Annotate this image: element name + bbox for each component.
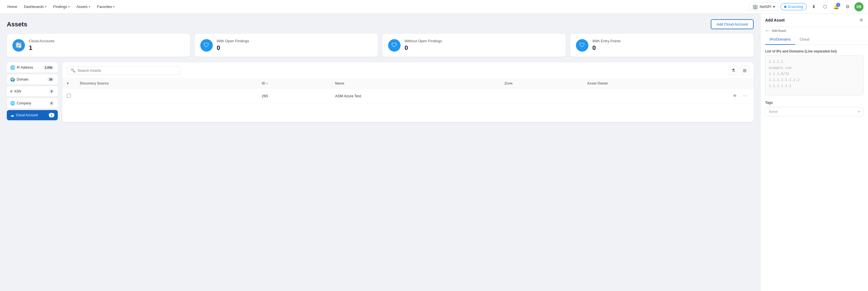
ip-section-label: List of IPs and Domains (Line separated … bbox=[765, 49, 864, 53]
columns-icon: ⊞ bbox=[743, 68, 746, 73]
assets-chevron-icon: ▾ bbox=[89, 5, 90, 8]
th-name[interactable]: Name bbox=[331, 79, 500, 88]
tags-chevron-icon: ▾ bbox=[858, 110, 860, 114]
org-icon: 🏢 bbox=[752, 4, 758, 9]
open-findings-value: 0 bbox=[217, 44, 249, 52]
row-checkbox-cell[interactable] bbox=[62, 88, 75, 104]
nav-dashboards[interactable]: Dashboards ▾ bbox=[21, 3, 49, 10]
domain-label: Domain bbox=[17, 78, 28, 81]
search-box[interactable]: 🔍 bbox=[67, 66, 180, 75]
nav-links: Home Dashboards ▾ Findings ▾ Assets ▾ Fa… bbox=[4, 3, 117, 10]
page-wrapper: Assets Add Cloud Account 🔄 Cloud Account… bbox=[0, 13, 761, 291]
asn-label: ASN bbox=[14, 89, 21, 93]
filter-asn[interactable]: # ASN 0 bbox=[7, 86, 58, 96]
org-selector[interactable]: 🏢 NetSPI ▾ bbox=[749, 3, 778, 11]
tab-cloud[interactable]: Cloud bbox=[795, 34, 814, 45]
entry-points-label: With Entry Points bbox=[592, 39, 621, 43]
row-more-button[interactable]: ⋯ bbox=[741, 92, 749, 100]
scanning-dot-icon bbox=[784, 6, 786, 8]
stat-card-entry-points: 🛡 With Entry Points 0 bbox=[570, 34, 753, 57]
table-header: ▾ Discovery Source bbox=[62, 79, 753, 88]
cloud-accounts-icon: 🔄 bbox=[12, 39, 25, 52]
nav-assets[interactable]: Assets ▾ bbox=[74, 3, 93, 10]
ip-list-textarea[interactable]: 1.1.1.1 example.com 1.1.1.0/31 1.1.1.1-1… bbox=[765, 56, 864, 95]
top-navigation: Home Dashboards ▾ Findings ▾ Assets ▾ Fa… bbox=[0, 0, 868, 13]
entry-points-value: 0 bbox=[592, 44, 621, 52]
entry-points-icon: 🛡 bbox=[576, 39, 588, 52]
panel-tabs: IPs/Domains Cloud bbox=[761, 34, 868, 45]
expand-icon: ▾ bbox=[67, 81, 68, 85]
search-icon: 🔍 bbox=[70, 68, 75, 72]
share-button[interactable]: ⬡ bbox=[820, 2, 830, 11]
right-panel: Add Asset ✕ ← Add Asset IPs/Domains Clou… bbox=[761, 13, 868, 291]
add-cloud-account-button[interactable]: Add Cloud Account bbox=[711, 19, 753, 29]
row-view-button[interactable]: 👁 bbox=[731, 92, 739, 100]
filter-domain[interactable]: 🌍 Domain 38 bbox=[7, 74, 58, 85]
without-findings-value: 0 bbox=[405, 44, 442, 52]
asn-count: 0 bbox=[49, 89, 54, 94]
stat-card-open-findings: 🛡 With Open Findings 0 bbox=[195, 34, 378, 57]
filter-button[interactable]: ⚗ bbox=[728, 66, 738, 75]
filter-cloud-account[interactable]: ☁ Cloud Account 1 bbox=[7, 110, 58, 120]
row-actions-cell: 👁 ⋯ bbox=[726, 88, 753, 104]
columns-button[interactable]: ⊞ bbox=[740, 66, 749, 75]
ip-address-label: IP Address bbox=[17, 65, 33, 69]
table-row: 265 ASM Azure Test 👁 ⋯ bbox=[62, 88, 753, 104]
search-input[interactable] bbox=[78, 68, 177, 72]
favorites-chevron-icon: ▾ bbox=[113, 5, 115, 8]
row-discovery-source bbox=[75, 88, 257, 104]
asn-icon: # bbox=[10, 89, 12, 94]
open-findings-label: With Open Findings bbox=[217, 39, 249, 43]
scanning-button[interactable]: Scanning bbox=[780, 3, 807, 10]
th-asset-owner[interactable]: Asset Owner bbox=[583, 79, 726, 88]
filter-icon: ⚗ bbox=[731, 68, 735, 73]
scanning-label: Scanning bbox=[788, 4, 803, 9]
dashboards-chevron-icon: ▾ bbox=[45, 5, 46, 8]
domain-icon: 🌍 bbox=[10, 77, 15, 82]
th-id[interactable]: ID ▾ bbox=[257, 79, 331, 88]
filter-company[interactable]: 🌐 Company 0 bbox=[7, 98, 58, 108]
row-id: 265 bbox=[257, 88, 331, 104]
cloud-accounts-label: Cloud Accounts bbox=[29, 39, 54, 43]
tags-dropdown[interactable]: None ▾ bbox=[765, 107, 864, 116]
cloud-account-count: 1 bbox=[49, 113, 54, 117]
nav-findings[interactable]: Findings ▾ bbox=[51, 3, 72, 10]
tab-ips-domains[interactable]: IPs/Domains bbox=[765, 34, 795, 45]
domain-count: 38 bbox=[47, 77, 54, 82]
table-toolbar: 🔍 ⚗ ⊞ bbox=[62, 62, 753, 79]
assets-table: ▾ Discovery Source bbox=[62, 79, 753, 104]
annotation-text: Add Asset bbox=[772, 29, 786, 32]
tags-label: Tags bbox=[765, 101, 864, 105]
panel-header: Add Asset ✕ bbox=[761, 13, 868, 27]
gear-icon: ⚙ bbox=[846, 4, 849, 9]
row-checkbox[interactable] bbox=[67, 94, 71, 97]
org-name: NetSPI bbox=[760, 4, 771, 9]
stat-card-without-findings: 🛡 Without Open Findings 0 bbox=[382, 34, 566, 57]
company-icon: 🌐 bbox=[10, 101, 15, 106]
page-header: Assets Add Cloud Account bbox=[7, 19, 753, 29]
notification-button[interactable]: 🔔 1 bbox=[832, 2, 841, 11]
download-button[interactable]: ⬇ bbox=[809, 2, 818, 11]
nav-favorites[interactable]: Favorites ▾ bbox=[94, 3, 117, 10]
th-zone[interactable]: Zone bbox=[500, 79, 583, 88]
user-avatar[interactable]: DB bbox=[855, 2, 864, 11]
cloud-account-label: Cloud Account bbox=[16, 113, 38, 117]
id-sort-icon: ▾ bbox=[266, 82, 268, 85]
download-icon: ⬇ bbox=[812, 4, 815, 9]
company-count: 0 bbox=[49, 101, 54, 106]
org-chevron-icon: ▾ bbox=[773, 4, 775, 9]
open-findings-icon: 🛡 bbox=[200, 39, 213, 52]
stat-card-cloud-accounts: 🔄 Cloud Accounts 1 bbox=[7, 34, 190, 57]
annotation-arrow-icon: ← bbox=[765, 28, 770, 33]
stat-cards: 🔄 Cloud Accounts 1 🛡 With Open Findings … bbox=[7, 34, 753, 57]
share-icon: ⬡ bbox=[823, 4, 827, 9]
settings-button[interactable]: ⚙ bbox=[843, 2, 852, 11]
panel-close-button[interactable]: ✕ bbox=[859, 17, 864, 23]
filter-ip-address[interactable]: 🌐 IP Address 1.03k bbox=[7, 62, 58, 72]
th-discovery-source[interactable]: Discovery Source bbox=[75, 79, 257, 88]
cloud-account-icon: ☁ bbox=[10, 113, 14, 117]
nav-home[interactable]: Home bbox=[4, 3, 20, 10]
row-asset-owner bbox=[583, 88, 726, 104]
company-label: Company bbox=[17, 101, 31, 105]
without-findings-label: Without Open Findings bbox=[405, 39, 442, 43]
